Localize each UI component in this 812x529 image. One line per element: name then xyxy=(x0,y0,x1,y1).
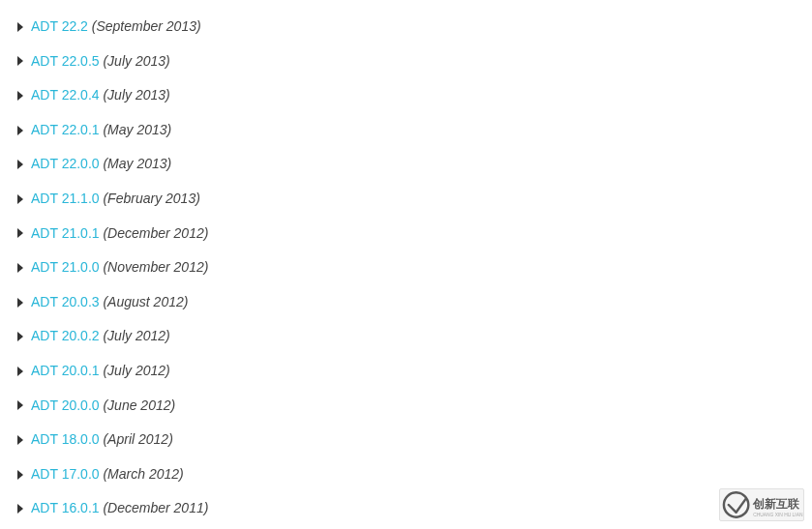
expand-arrow-icon xyxy=(17,400,23,410)
expand-arrow-icon xyxy=(17,367,23,376)
version-link[interactable]: ADT 17.0.0 xyxy=(31,465,100,485)
list-item[interactable]: ADT 20.0.0 (June 2012) xyxy=(17,389,812,424)
version-date: (May 2013) xyxy=(103,155,171,174)
version-link[interactable]: ADT 16.0.1 xyxy=(31,499,100,518)
list-item[interactable]: ADT 18.0.0 (April 2012) xyxy=(17,423,812,457)
expand-arrow-icon xyxy=(17,263,23,273)
expand-arrow-icon xyxy=(17,228,23,238)
version-link[interactable]: ADT 20.0.2 xyxy=(31,327,100,346)
expand-arrow-icon xyxy=(17,160,23,169)
list-item[interactable]: ADT 22.0.0 (May 2013) xyxy=(17,147,812,182)
watermark-logo: 创新互联 CHUANG XIN HU LIAN xyxy=(719,488,804,521)
version-date: (July 2013) xyxy=(103,86,169,105)
version-date: (May 2013) xyxy=(103,121,171,140)
expand-arrow-icon xyxy=(17,91,23,101)
list-item[interactable]: ADT 20.0.2 (July 2012) xyxy=(17,319,812,354)
version-date: (July 2013) xyxy=(103,52,169,72)
version-date: (December 2012) xyxy=(103,224,208,244)
list-item[interactable]: ADT 22.0.4 (July 2013) xyxy=(17,78,812,113)
list-item[interactable]: ADT 22.2 (September 2013) xyxy=(17,10,812,44)
version-link[interactable]: ADT 21.0.1 xyxy=(31,224,100,244)
version-date: (July 2012) xyxy=(103,327,169,346)
version-date: (December 2011) xyxy=(103,499,208,518)
version-link[interactable]: ADT 22.0.4 xyxy=(31,86,100,105)
list-item[interactable]: ADT 22.0.5 (July 2013) xyxy=(17,44,812,79)
version-link[interactable]: ADT 22.0.0 xyxy=(31,155,100,174)
expand-arrow-icon xyxy=(17,194,23,204)
version-link[interactable]: ADT 22.0.1 xyxy=(31,121,100,140)
list-item[interactable]: ADT 22.0.1 (May 2013) xyxy=(17,113,812,148)
list-item[interactable]: ADT 21.0.1 (December 2012) xyxy=(17,217,812,251)
version-link[interactable]: ADT 20.0.3 xyxy=(31,293,100,312)
version-link[interactable]: ADT 18.0.0 xyxy=(31,430,100,450)
version-link[interactable]: ADT 20.0.0 xyxy=(31,397,100,416)
version-date: (July 2012) xyxy=(103,362,169,381)
version-date: (February 2013) xyxy=(103,190,199,209)
version-list: ADT 22.2 (September 2013) ADT 22.0.5 (Ju… xyxy=(0,0,812,529)
list-item[interactable]: ADT 17.0.0 (March 2012) xyxy=(17,457,812,492)
svg-text:CHUANG XIN HU LIAN: CHUANG XIN HU LIAN xyxy=(753,513,803,517)
expand-arrow-icon xyxy=(17,126,23,135)
expand-arrow-icon xyxy=(17,56,23,66)
version-date: (August 2012) xyxy=(103,293,188,312)
list-item[interactable]: ADT 21.1.0 (February 2013) xyxy=(17,182,812,217)
version-date: (June 2012) xyxy=(103,397,175,416)
expand-arrow-icon xyxy=(17,22,23,32)
expand-arrow-icon xyxy=(17,504,23,514)
version-link[interactable]: ADT 22.0.5 xyxy=(31,52,100,72)
expand-arrow-icon xyxy=(17,298,23,308)
expand-arrow-icon xyxy=(17,332,23,341)
version-date: (March 2012) xyxy=(103,465,183,485)
version-date: (April 2012) xyxy=(103,430,172,450)
list-item[interactable]: ADT 16.0.1 (December 2011) xyxy=(17,491,812,526)
version-date: (September 2013) xyxy=(92,17,201,37)
version-link[interactable]: ADT 22.2 xyxy=(31,17,88,37)
expand-arrow-icon xyxy=(17,470,23,480)
version-link[interactable]: ADT 20.0.1 xyxy=(31,362,100,381)
watermark-text: 创新互联 xyxy=(752,497,800,510)
version-date: (November 2012) xyxy=(103,258,208,278)
version-link[interactable]: ADT 21.0.0 xyxy=(31,258,100,278)
version-link[interactable]: ADT 21.1.0 xyxy=(31,190,100,209)
list-item[interactable]: ADT 20.0.1 (July 2012) xyxy=(17,354,812,389)
list-item[interactable]: ADT 20.0.3 (August 2012) xyxy=(17,285,812,320)
expand-arrow-icon xyxy=(17,435,23,445)
list-item[interactable]: ADT 21.0.0 (November 2012) xyxy=(17,250,812,285)
